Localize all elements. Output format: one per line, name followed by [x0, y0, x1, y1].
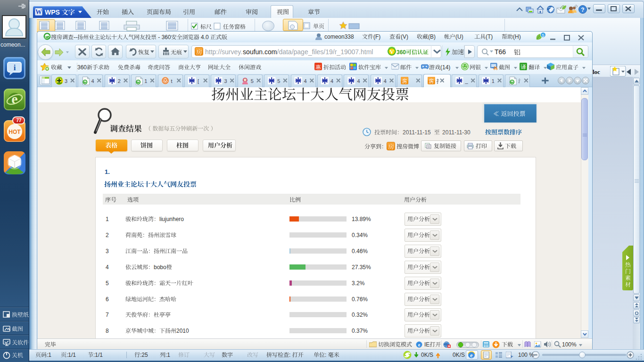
svg-text:e: e	[418, 342, 421, 347]
svg-text:?: ?	[581, 7, 584, 13]
svg-text:惠: 惠	[316, 64, 321, 70]
svg-text:V: V	[390, 49, 394, 55]
svg-text:房: 房	[429, 78, 434, 84]
svg-text:77: 77	[16, 118, 22, 123]
svg-text:译: 译	[521, 64, 526, 70]
svg-text:e: e	[470, 352, 473, 359]
svg-text:房: 房	[402, 78, 407, 84]
svg-text:W: W	[35, 8, 42, 15]
svg-text:i: i	[14, 63, 16, 72]
svg-text:HOT: HOT	[8, 129, 21, 135]
svg-text:5: 5	[542, 33, 544, 38]
